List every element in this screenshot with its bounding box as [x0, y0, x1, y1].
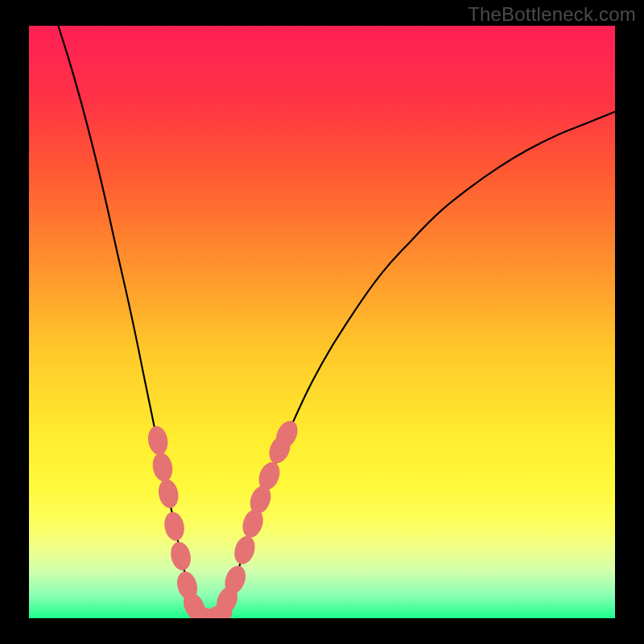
- watermark-label: TheBottleneck.com: [468, 3, 636, 26]
- bottleneck-chart: [0, 0, 644, 644]
- gradient-background: [29, 26, 615, 618]
- chart-frame: TheBottleneck.com: [0, 0, 644, 644]
